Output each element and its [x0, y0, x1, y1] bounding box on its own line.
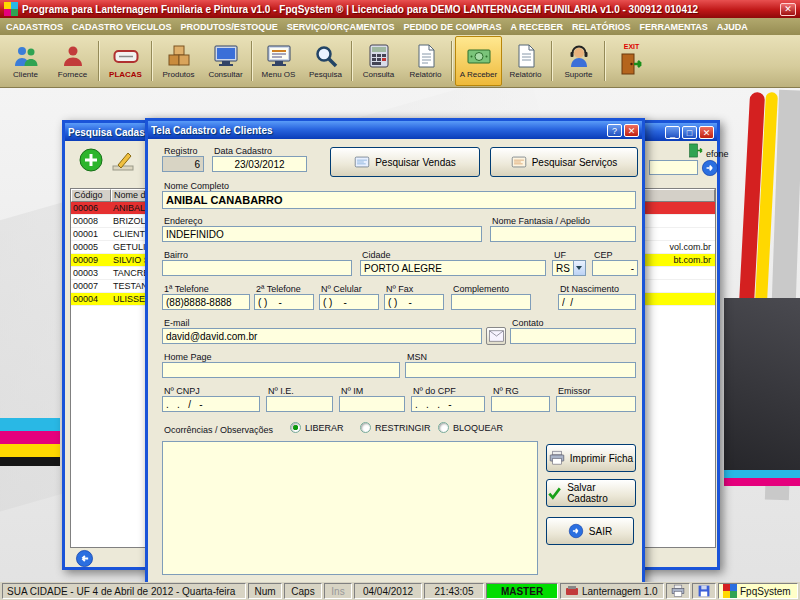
- clients-icon: [13, 43, 39, 69]
- tel1-field[interactable]: [162, 294, 250, 310]
- cidade-label: Cidade: [362, 250, 391, 260]
- telefone-search-field[interactable]: [649, 160, 698, 175]
- status-location: SUA CIDADE - UF 4 de Abril de 2012 - Qua…: [2, 583, 246, 599]
- receivables-icon: [466, 43, 492, 69]
- toolbar-separator: [551, 41, 553, 81]
- toolbar-button-cliente[interactable]: Cliente: [2, 36, 49, 86]
- menu-cadastros[interactable]: CADASTROS: [6, 22, 63, 32]
- arrow-left-circle-icon[interactable]: [75, 549, 94, 568]
- status-printer[interactable]: [666, 583, 690, 599]
- help-button[interactable]: ?: [607, 124, 622, 137]
- toolbar-button-fornecedor[interactable]: Fornece: [49, 36, 96, 86]
- obs-label: Ocorrências / Observações: [164, 425, 273, 435]
- im-field[interactable]: [339, 396, 405, 412]
- ie-field[interactable]: [266, 396, 333, 412]
- endereco-field[interactable]: [162, 226, 482, 242]
- pesquisar-vendas-button[interactable]: Pesquisar Vendas: [330, 147, 480, 177]
- cnpj-field[interactable]: [162, 396, 260, 412]
- nome-field[interactable]: [162, 191, 636, 209]
- sair-button[interactable]: SAIR: [546, 517, 634, 545]
- contato-field[interactable]: [510, 328, 636, 344]
- toolbar-button-placas[interactable]: PLACAS: [102, 36, 149, 86]
- rg-field[interactable]: [491, 396, 550, 412]
- radio-bloquear[interactable]: BLOQUEAR: [438, 422, 503, 433]
- fantasia-field[interactable]: [490, 226, 636, 242]
- registro-field[interactable]: [162, 156, 204, 172]
- add-record-icon[interactable]: [78, 147, 104, 173]
- menu-a-receber[interactable]: A RECEBER: [510, 22, 563, 32]
- homepage-field[interactable]: [162, 362, 400, 378]
- status-brand-label: FpqSystem: [740, 586, 791, 597]
- menu-relatorios[interactable]: RELATÓRIOS: [572, 22, 630, 32]
- envelope-icon: [489, 330, 504, 342]
- cidade-field[interactable]: [360, 260, 546, 276]
- maximize-button[interactable]: □: [682, 126, 697, 139]
- toolbar-button-exit[interactable]: EXIT: [608, 36, 655, 86]
- radio-liberar[interactable]: LIBERAR: [290, 422, 344, 433]
- observacoes-textarea[interactable]: [162, 441, 538, 575]
- status-time: 21:43:05: [424, 583, 484, 599]
- toolbar-label: Relatório: [409, 70, 441, 79]
- cpf-field[interactable]: [411, 396, 485, 412]
- toolbar-button-produtos[interactable]: Produtos: [155, 36, 202, 86]
- toolbar-button-suporte[interactable]: Suporte: [555, 36, 602, 86]
- pesquisar-servicos-button[interactable]: Pesquisar Serviços: [490, 147, 638, 177]
- cep-field[interactable]: [592, 260, 638, 276]
- fax-field[interactable]: [384, 294, 444, 310]
- arrow-right-circle-icon: [568, 523, 584, 539]
- uf-select[interactable]: RS: [552, 260, 586, 276]
- exit-small-icon[interactable]: [687, 142, 704, 159]
- send-email-button[interactable]: [486, 327, 506, 345]
- fax-label: Nº Fax: [386, 284, 413, 294]
- imprimir-ficha-button[interactable]: Imprimir Ficha: [546, 444, 636, 472]
- window-close-button[interactable]: ✕: [780, 3, 796, 16]
- toolbar-button-consultar[interactable]: Consultar: [202, 36, 249, 86]
- menu-cadastro-veiculos[interactable]: CADASTRO VEICULOS: [72, 22, 172, 32]
- toolbar-button-relatorio-2[interactable]: Relatório: [502, 36, 549, 86]
- toolbar-button-relatorio-1[interactable]: Relatório: [402, 36, 449, 86]
- menu-ajuda[interactable]: AJUDA: [717, 22, 748, 32]
- data-cadastro-field[interactable]: [212, 156, 307, 172]
- toolbar-label: Relatório: [509, 70, 541, 79]
- toolbar-label: Consultar: [208, 70, 242, 79]
- arrow-right-circle-icon[interactable]: [701, 159, 719, 177]
- bairro-field[interactable]: [162, 260, 352, 276]
- celular-field[interactable]: [319, 294, 379, 310]
- menu-pedido-compras[interactable]: PEDIDO DE COMPRAS: [403, 22, 501, 32]
- complemento-field[interactable]: [451, 294, 531, 310]
- minimize-button[interactable]: _: [665, 126, 680, 139]
- toolbar-label: Produtos: [162, 70, 194, 79]
- decor-cyan-bar: [0, 418, 60, 431]
- msn-field[interactable]: [405, 362, 636, 378]
- email-field[interactable]: [162, 328, 482, 344]
- toolbar-button-consulta[interactable]: Consulta: [355, 36, 402, 86]
- toolbar-separator: [351, 41, 353, 81]
- nascimento-field[interactable]: [558, 294, 636, 310]
- menu-servico-orcamentos[interactable]: SERVIÇO/ORÇAMENTOS: [287, 22, 395, 32]
- status-save[interactable]: [692, 583, 716, 599]
- button-label: SAIR: [589, 526, 612, 537]
- check-icon: [547, 485, 562, 501]
- im-label: Nº IM: [341, 386, 363, 396]
- button-label: Pesquisar Serviços: [532, 157, 618, 168]
- toolbar-button-pesquisa[interactable]: Pesquisa: [302, 36, 349, 86]
- menu-os-icon: [266, 43, 292, 69]
- salvar-cadastro-button[interactable]: Salvar Cadastro: [546, 479, 636, 507]
- emissor-field[interactable]: [556, 396, 636, 412]
- code-cell: 00001: [71, 229, 111, 239]
- close-button[interactable]: ✕: [624, 124, 639, 137]
- tel2-field[interactable]: [254, 294, 314, 310]
- radio-dot: [360, 422, 371, 433]
- window-titlebar: Programa para Lanternagem Funilaria e Pi…: [0, 0, 800, 18]
- toolbar-button-a-receber[interactable]: A Receber: [455, 36, 502, 86]
- grid-header-codigo[interactable]: Código: [71, 189, 111, 202]
- app-icon: [4, 2, 18, 16]
- toolbar-button-menu-os[interactable]: Menu OS: [255, 36, 302, 86]
- close-button[interactable]: ✕: [699, 126, 714, 139]
- radio-restringir[interactable]: RESTRINGIR: [360, 422, 431, 433]
- menu-produtos-estoque[interactable]: PRODUTOS/ESTOQUE: [181, 22, 278, 32]
- menu-ferramentas[interactable]: FERRAMENTAS: [639, 22, 707, 32]
- edit-record-icon[interactable]: [110, 147, 136, 173]
- report-icon: [413, 43, 439, 69]
- radio-label: RESTRINGIR: [375, 423, 431, 433]
